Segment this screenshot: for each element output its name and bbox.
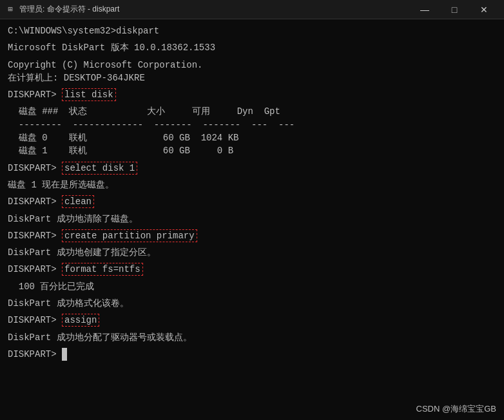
cmd-list-disk: DISKPART> list disk [8,88,496,101]
disk0-row: 磁盘 0 联机 60 GB 1024 KB [8,131,496,144]
close-button[interactable]: ✕ [469,0,499,19]
select-result: 磁盘 1 现在是所选磁盘。 [8,178,496,191]
cmd-format-highlight: format fs=ntfs [62,263,143,276]
copyright-line: Copyright (C) Microsoft Corporation. [8,59,496,72]
terminal-body: C:\WINDOWS\system32>diskpart Microsoft D… [0,19,504,420]
computer-line: 在计算机上: DESKTOP-364JKRE [8,72,496,84]
cmd-create-partition-highlight: create partition primary [62,229,197,242]
window: ⊞ 管理员: 命令提示符 - diskpart — □ ✕ C:\WINDOWS… [0,0,504,420]
app-icon: ⊞ [5,5,15,15]
assign-result: DiskPart 成功地分配了驱动器号或装载点。 [8,331,496,344]
cmd-list-disk-highlight: list disk [62,88,116,101]
prompt-line-1: C:\WINDOWS\system32>diskpart [8,24,496,37]
title-bar-title: 管理员: 命令提示符 - diskpart [19,4,410,15]
create-result: DiskPart 成功地创建了指定分区。 [8,246,496,259]
cmd-select-disk: DISKPART> select disk 1 [8,162,496,175]
title-bar-controls: — □ ✕ [410,0,499,19]
watermark: CSDN @海绵宝宝GB [416,403,496,415]
format-progress: 100 百分比已完成 [8,280,496,293]
cmd-create-partition: DISKPART> create partition primary [8,229,496,242]
cursor-blink [62,348,67,361]
disk1-row: 磁盘 1 联机 60 GB 0 B [8,144,496,157]
final-prompt: DISKPART> [8,348,496,361]
cmd-clean-highlight: clean [62,195,94,208]
minimize-button[interactable]: — [410,0,440,19]
maximize-button[interactable]: □ [440,0,469,19]
cmd-select-disk-highlight: select disk 1 [62,162,137,175]
table-separator: -------- ------------- ------- ------- -… [8,119,496,131]
cmd-assign-highlight: assign [62,314,99,327]
title-bar: ⊞ 管理员: 命令提示符 - diskpart — □ ✕ [0,0,504,19]
version-line: Microsoft DiskPart 版本 10.0.18362.1533 [8,41,496,54]
cmd-clean: DISKPART> clean [8,195,496,208]
cmd-assign: DISKPART> assign [8,314,496,327]
table-header: 磁盘 ### 状态 大小 可用 Dyn Gpt [8,105,496,118]
clean-result: DiskPart 成功地清除了磁盘。 [8,213,496,225]
format-result: DiskPart 成功格式化该卷。 [8,297,496,310]
cmd-format: DISKPART> format fs=ntfs [8,263,496,276]
